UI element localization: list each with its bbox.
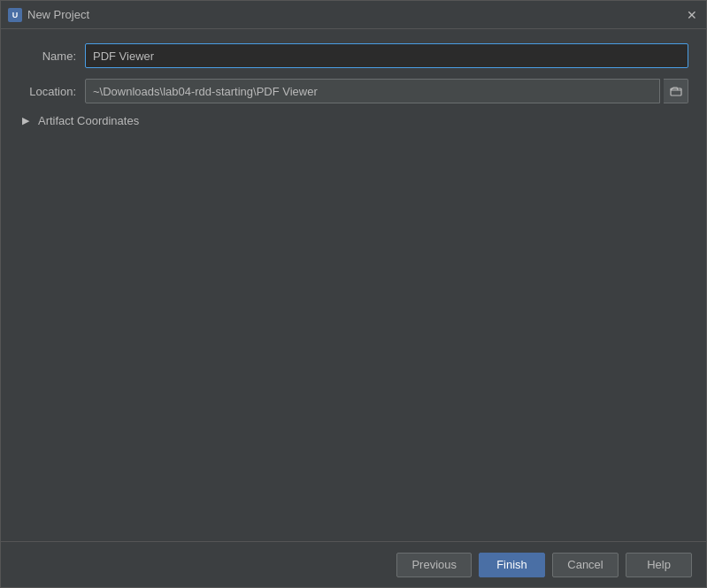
close-button[interactable]: ✕: [685, 8, 699, 22]
location-label: Location:: [19, 85, 76, 98]
name-label: Name:: [19, 50, 76, 63]
location-row: Location:: [19, 79, 688, 103]
dialog-title: New Project: [27, 8, 680, 21]
finish-button[interactable]: Finish: [479, 553, 545, 577]
help-button[interactable]: Help: [626, 553, 692, 577]
artifact-arrow-icon: ▶: [22, 115, 33, 126]
artifact-section[interactable]: ▶ Artifact Coordinates: [19, 114, 688, 127]
browse-button[interactable]: [664, 79, 688, 103]
content-spacer: [19, 138, 688, 527]
svg-text:U: U: [12, 11, 19, 19]
svg-rect-2: [671, 88, 681, 95]
title-bar: U New Project ✕: [1, 1, 706, 29]
name-row: Name:: [19, 43, 688, 68]
artifact-label: Artifact Coordinates: [38, 114, 139, 127]
dialog-content: Name: Location: ▶ Artifact Coordinates: [1, 29, 706, 541]
name-input[interactable]: [85, 43, 688, 68]
button-bar: Previous Finish Cancel Help: [1, 541, 706, 587]
cancel-button[interactable]: Cancel: [552, 553, 619, 577]
new-project-dialog: U New Project ✕ Name: Location:: [0, 0, 707, 588]
location-input[interactable]: [85, 79, 660, 103]
location-input-wrapper: [85, 79, 688, 103]
previous-button[interactable]: Previous: [396, 553, 472, 577]
app-icon: U: [8, 8, 22, 22]
